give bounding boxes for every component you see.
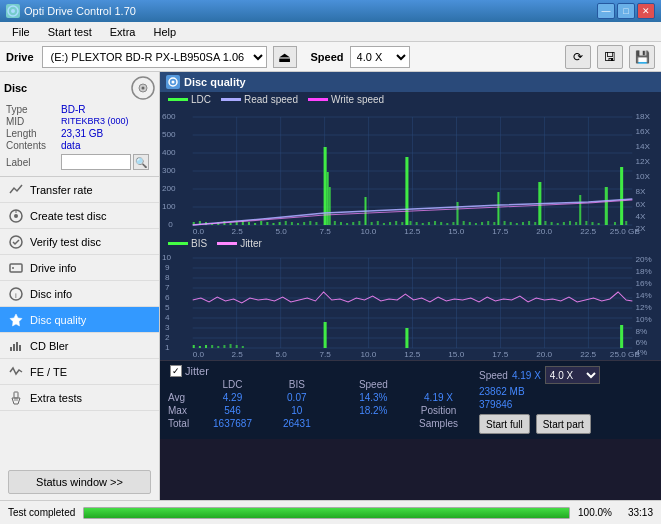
title-bar-buttons: — □ ✕ — [597, 3, 655, 19]
svg-rect-124 — [504, 221, 506, 225]
svg-rect-191 — [193, 345, 195, 348]
svg-rect-133 — [563, 222, 565, 225]
drive-select[interactable]: (E:) PLEXTOR BD-R PX-LB950SA 1.06 — [42, 46, 267, 68]
svg-text:8: 8 — [165, 273, 170, 282]
svg-text:5: 5 — [165, 303, 170, 312]
speed-r-label: Speed — [479, 370, 508, 381]
nav-transfer-rate[interactable]: Transfer rate — [0, 177, 159, 203]
drive-label: Drive — [6, 51, 34, 63]
minimize-button[interactable]: — — [597, 3, 615, 19]
svg-rect-197 — [211, 345, 213, 348]
disc-title: Disc — [4, 82, 27, 94]
svg-rect-107 — [389, 222, 391, 225]
svg-rect-74 — [236, 222, 238, 225]
title-bar-left: Opti Drive Control 1.70 — [6, 4, 136, 18]
svg-rect-138 — [598, 223, 600, 225]
svg-text:0.0: 0.0 — [193, 227, 205, 236]
nav-drive-info[interactable]: Drive info — [0, 255, 159, 281]
svg-rect-108 — [395, 221, 397, 225]
speed-select[interactable]: 4.0 X — [350, 46, 410, 68]
right-panel: Disc quality LDC Read speed Write speed — [160, 72, 661, 500]
svg-rect-9 — [10, 264, 22, 272]
toolbar-btn-3[interactable]: 💾 — [629, 45, 655, 69]
svg-rect-200 — [230, 344, 232, 348]
time-display: 33:13 — [620, 507, 661, 518]
svg-rect-195 — [405, 328, 408, 348]
svg-text:4X: 4X — [635, 212, 646, 221]
svg-text:25.0 GB: 25.0 GB — [610, 227, 640, 236]
disc-label-input[interactable] — [61, 154, 131, 170]
svg-marker-19 — [12, 398, 20, 404]
legend-ldc: LDC — [168, 94, 211, 105]
toolbar-btn-1[interactable]: ⟳ — [565, 45, 591, 69]
left-panel: Disc Type BD-R MID RITEKBR3 (000) Length… — [0, 72, 160, 500]
top-chart-svg: 600 500 400 300 200 100 0 18X 16X 14X 12… — [160, 107, 661, 237]
svg-text:20%: 20% — [635, 255, 651, 264]
svg-text:6: 6 — [165, 293, 170, 302]
start-part-button[interactable]: Start part — [536, 414, 591, 434]
menu-bar: File Start test Extra Help — [0, 22, 661, 42]
svg-rect-97 — [309, 221, 311, 225]
app-icon — [6, 4, 20, 18]
maximize-button[interactable]: □ — [617, 3, 635, 19]
svg-point-22 — [172, 81, 175, 84]
nav-disc-quality[interactable]: Disc quality — [0, 307, 159, 333]
speed-r-select[interactable]: 4.0 X — [545, 366, 600, 384]
start-full-button[interactable]: Start full — [479, 414, 530, 434]
col-ldc-header: LDC — [196, 378, 269, 391]
main-area: Disc Type BD-R MID RITEKBR3 (000) Length… — [0, 72, 661, 500]
menu-file[interactable]: File — [4, 24, 38, 40]
svg-rect-196 — [620, 325, 623, 348]
disc-contents-row: Contents data — [4, 140, 155, 151]
close-button[interactable]: ✕ — [637, 3, 655, 19]
results-section: ✓ Jitter LDC BIS Speed Avg — [160, 360, 661, 439]
nav-extra-tests[interactable]: Extra tests — [0, 385, 159, 411]
svg-rect-192 — [199, 346, 201, 348]
cd-bler-icon — [8, 338, 24, 354]
svg-rect-104 — [371, 222, 373, 225]
svg-text:10%: 10% — [635, 315, 651, 324]
menu-extra[interactable]: Extra — [102, 24, 144, 40]
disc-type-value: BD-R — [61, 104, 85, 115]
nav-cd-bler[interactable]: CD Bler — [0, 333, 159, 359]
nav-disc-info[interactable]: i Disc info — [0, 281, 159, 307]
toolbar-btn-2[interactable]: 🖫 — [597, 45, 623, 69]
svg-rect-102 — [352, 222, 354, 225]
jitter-checkbox[interactable]: ✓ — [170, 365, 182, 377]
disc-label-label: Label — [6, 157, 61, 168]
speed-r-value: 4.19 X — [512, 370, 541, 381]
chart-legend-bottom: BIS Jitter — [160, 237, 661, 250]
svg-text:5.0: 5.0 — [276, 227, 288, 236]
results-right: Speed 4.19 X 4.0 X 23862 MB 379846 Start… — [475, 364, 655, 436]
svg-rect-77 — [254, 223, 256, 225]
avg-ldc: 4.29 — [196, 391, 269, 404]
chart-title-icon — [166, 75, 180, 89]
nav-verify-test-disc[interactable]: Verify test disc — [0, 229, 159, 255]
header-row: LDC BIS Speed — [166, 378, 475, 391]
menu-help[interactable]: Help — [145, 24, 184, 40]
disc-mid-value: RITEKBR3 (000) — [61, 116, 129, 127]
svg-text:8%: 8% — [635, 327, 647, 336]
total-bis: 26431 — [269, 417, 325, 430]
svg-rect-103 — [358, 221, 360, 225]
svg-rect-122 — [487, 221, 489, 225]
nav-fe-te[interactable]: FE / TE — [0, 359, 159, 385]
disc-label-btn[interactable]: 🔍 — [133, 154, 149, 170]
chart-title: Disc quality — [184, 76, 246, 88]
legend-read-speed: Read speed — [221, 94, 298, 105]
chart-legend-top: LDC Read speed Write speed — [160, 92, 661, 107]
extra-tests-icon — [8, 390, 24, 406]
menu-start-test[interactable]: Start test — [40, 24, 100, 40]
status-window-button[interactable]: Status window >> — [8, 470, 151, 494]
eject-button[interactable]: ⏏ — [273, 46, 297, 68]
svg-text:5.0: 5.0 — [276, 350, 288, 359]
legend-jitter: Jitter — [217, 238, 262, 249]
jitter-col-label: Jitter — [185, 365, 209, 377]
svg-rect-111 — [416, 222, 418, 225]
disc-type-label: Type — [6, 104, 61, 115]
speed-label: Speed — [311, 51, 344, 63]
svg-text:1: 1 — [165, 343, 170, 352]
svg-rect-139 — [614, 222, 616, 225]
nav-create-test-disc[interactable]: Create test disc — [0, 203, 159, 229]
bottom-chart-svg: 10 9 8 7 6 5 4 3 2 1 20% 18% 16% 14% 12%… — [160, 250, 661, 360]
